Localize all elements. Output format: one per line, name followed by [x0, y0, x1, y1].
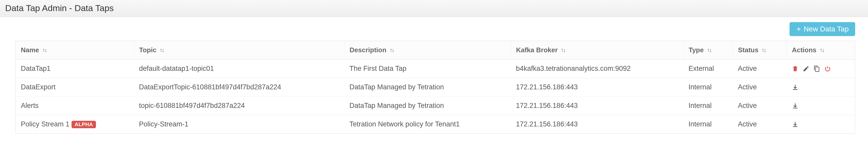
cell-topic: default-datatap1-topic01: [134, 60, 344, 78]
action-icons: [792, 65, 850, 72]
cell-kafka-broker: 172.21.156.186:443: [511, 115, 683, 134]
row-name: DataExport: [21, 83, 56, 91]
cell-topic: DataExportTopic-610881bf497d4f7bd287a224: [134, 78, 344, 97]
data-taps-table: Name Topic Description Kafka Broker Type: [16, 41, 855, 134]
sort-icon: [820, 48, 825, 53]
sort-icon: [561, 48, 566, 53]
toolbar: New Data Tap: [16, 22, 855, 36]
copy-icon[interactable]: [813, 65, 820, 72]
cell-topic: Policy-Stream-1: [134, 115, 344, 134]
col-header-kafka-broker-label: Kafka Broker: [516, 46, 558, 54]
cell-kafka-broker: 172.21.156.186:443: [511, 78, 683, 97]
cell-name: DataExport: [16, 78, 134, 97]
action-icons: [792, 84, 850, 91]
download-icon[interactable]: [792, 102, 799, 109]
table-row: Alertstopic-610881bf497d4f7bd287a224Data…: [16, 97, 855, 115]
trash-icon[interactable]: [792, 65, 799, 72]
cell-topic: topic-610881bf497d4f7bd287a224: [134, 97, 344, 115]
cell-type: Internal: [683, 115, 733, 134]
table-header-row: Name Topic Description Kafka Broker Type: [16, 41, 855, 60]
cell-kafka-broker: 172.21.156.186:443: [511, 97, 683, 115]
col-header-actions[interactable]: Actions: [787, 41, 855, 60]
row-name: Alerts: [21, 102, 39, 110]
table-row: Policy Stream 1ALPHAPolicy-Stream-1Tetra…: [16, 115, 855, 134]
table-row: DataTap1default-datatap1-topic01The Firs…: [16, 60, 855, 78]
cell-description: Tetration Network policy for Tenant1: [344, 115, 511, 134]
cell-type: Internal: [683, 78, 733, 97]
cell-name: Policy Stream 1ALPHA: [16, 115, 134, 134]
cell-status: Active: [733, 60, 786, 78]
sort-icon: [390, 48, 394, 53]
cell-description: The First Data Tap: [344, 60, 511, 78]
cell-description: DataTap Managed by Tetration: [344, 97, 511, 115]
col-header-type[interactable]: Type: [683, 41, 733, 60]
cell-status: Active: [733, 115, 786, 134]
cell-status: Active: [733, 97, 786, 115]
cell-actions: [787, 60, 855, 78]
cell-actions: [787, 115, 855, 134]
cell-name: DataTap1: [16, 60, 134, 78]
power-icon[interactable]: [824, 65, 831, 72]
col-header-kafka-broker[interactable]: Kafka Broker: [511, 41, 683, 60]
alpha-badge: ALPHA: [71, 121, 96, 128]
new-data-tap-label: New Data Tap: [804, 25, 849, 33]
page-title: Data Tap Admin - Data Taps: [0, 0, 868, 17]
cell-kafka-broker: b4kafka3.tetrationanalytics.com:9092: [511, 60, 683, 78]
col-header-status[interactable]: Status: [733, 41, 786, 60]
table-row: DataExportDataExportTopic-610881bf497d4f…: [16, 78, 855, 97]
col-header-topic-label: Topic: [139, 46, 156, 54]
col-header-description-label: Description: [350, 46, 386, 54]
col-header-status-label: Status: [738, 46, 758, 54]
col-header-topic[interactable]: Topic: [134, 41, 344, 60]
edit-icon[interactable]: [803, 65, 809, 72]
cell-name: Alerts: [16, 97, 134, 115]
download-icon[interactable]: [792, 84, 799, 91]
sort-icon: [160, 48, 164, 53]
action-icons: [792, 121, 850, 128]
col-header-name[interactable]: Name: [16, 41, 134, 60]
cell-status: Active: [733, 78, 786, 97]
cell-type: External: [683, 60, 733, 78]
download-icon[interactable]: [792, 121, 799, 128]
plus-icon: [796, 26, 802, 32]
col-header-actions-label: Actions: [792, 46, 816, 54]
content-area: New Data Tap Name Topic Description Kafk: [0, 17, 868, 139]
sort-icon: [707, 48, 712, 53]
row-name: DataTap1: [21, 65, 51, 72]
col-header-type-label: Type: [689, 46, 704, 54]
col-header-name-label: Name: [21, 46, 39, 54]
cell-actions: [787, 97, 855, 115]
sort-icon: [762, 48, 766, 53]
row-name: Policy Stream 1: [21, 120, 69, 128]
new-data-tap-button[interactable]: New Data Tap: [789, 22, 855, 36]
cell-type: Internal: [683, 97, 733, 115]
sort-icon: [42, 48, 47, 53]
action-icons: [792, 102, 850, 109]
col-header-description[interactable]: Description: [344, 41, 511, 60]
cell-description: DataTap Managed by Tetration: [344, 78, 511, 97]
cell-actions: [787, 78, 855, 97]
